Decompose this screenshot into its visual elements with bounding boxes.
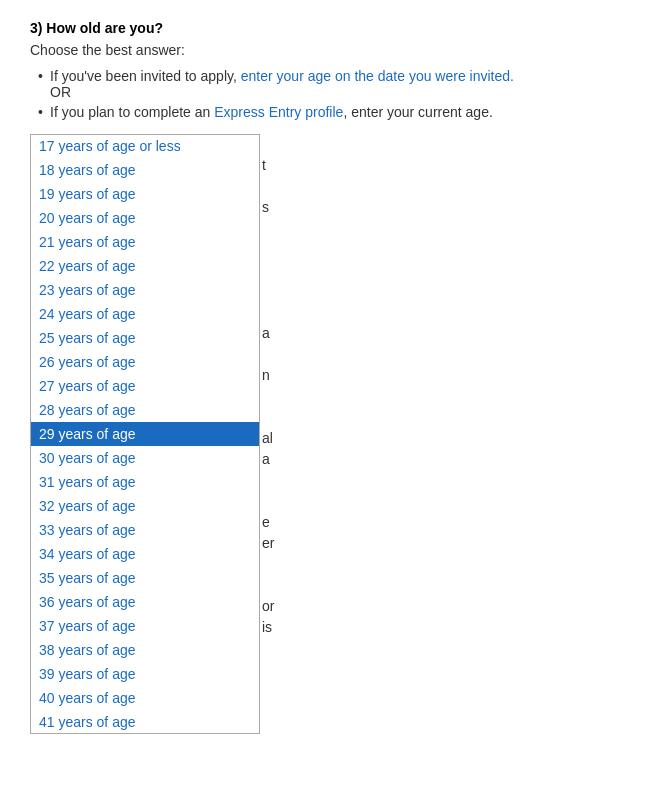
instruction-item-1: If you've been invited to apply, enter y…	[40, 68, 620, 100]
dropdown-option[interactable]: 33 years of age	[31, 518, 259, 542]
instruction-link-1[interactable]: enter your age on the date you were invi…	[241, 68, 514, 84]
instruction-link-2[interactable]: Express Entry profile	[214, 104, 343, 120]
instruction-item-2: If you plan to complete an Express Entry…	[40, 104, 620, 120]
dropdown-option[interactable]: 38 years of age	[31, 638, 259, 662]
dropdown-option[interactable]: 20 years of age	[31, 206, 259, 230]
question-title: 3) How old are you?	[30, 20, 620, 36]
dropdown-option[interactable]: 26 years of age	[31, 350, 259, 374]
dropdown-option[interactable]: 31 years of age	[31, 470, 259, 494]
dropdown-option[interactable]: 25 years of age	[31, 326, 259, 350]
dropdown-option[interactable]: 40 years of age	[31, 686, 259, 710]
dropdown-option[interactable]: 27 years of age	[31, 374, 259, 398]
instruction-text-2a: If you plan to complete an	[50, 104, 214, 120]
dropdown-option[interactable]: 37 years of age	[31, 614, 259, 638]
question-subtitle: Choose the best answer:	[30, 42, 620, 58]
dropdown-option[interactable]: 29 years of age	[31, 422, 259, 446]
dropdown-option[interactable]: 19 years of age	[31, 182, 259, 206]
age-dropdown[interactable]: Select...17 years of age or less18 years…	[30, 134, 260, 734]
instruction-text-2b: , enter your current age.	[343, 104, 492, 120]
instruction-or: OR	[50, 84, 71, 100]
dropdown-option[interactable]: 23 years of age	[31, 278, 259, 302]
dropdown-option[interactable]: 21 years of age	[31, 230, 259, 254]
dropdown-option[interactable]: 41 years of age	[31, 710, 259, 734]
question-section: 3) How old are you? Choose the best answ…	[30, 20, 620, 120]
dropdown-option[interactable]: 24 years of age	[31, 302, 259, 326]
dropdown-option[interactable]: 22 years of age	[31, 254, 259, 278]
dropdown-option[interactable]: 30 years of age	[31, 446, 259, 470]
instructions-list: If you've been invited to apply, enter y…	[30, 68, 620, 120]
dropdown-option[interactable]: 34 years of age	[31, 542, 259, 566]
dropdown-option[interactable]: 35 years of age	[31, 566, 259, 590]
dropdown-option[interactable]: 28 years of age	[31, 398, 259, 422]
dropdown-option[interactable]: 39 years of age	[31, 662, 259, 686]
dropdown-option[interactable]: 18 years of age	[31, 158, 259, 182]
dropdown-option[interactable]: 17 years of age or less	[31, 134, 259, 158]
instruction-text-1a: If you've been invited to apply,	[50, 68, 241, 84]
dropdown-option[interactable]: 36 years of age	[31, 590, 259, 614]
background-context: t s a n al a e er or is	[262, 134, 274, 764]
dropdown-option[interactable]: 32 years of age	[31, 494, 259, 518]
